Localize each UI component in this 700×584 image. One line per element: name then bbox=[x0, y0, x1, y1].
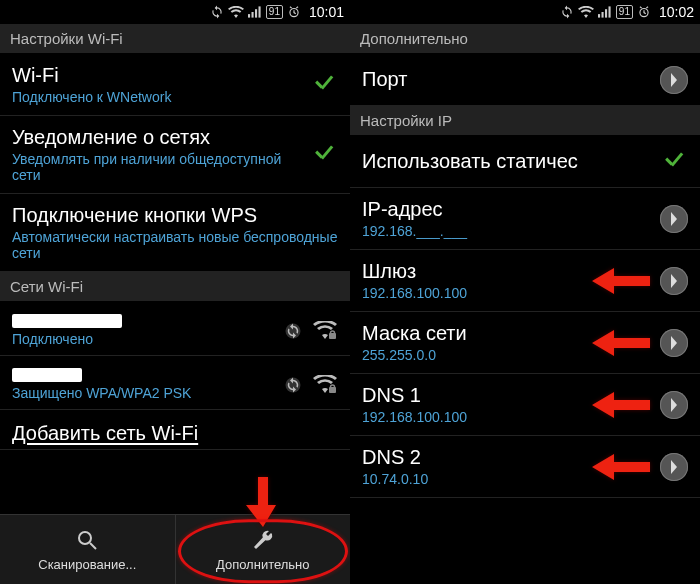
menu-advanced[interactable]: Дополнительно bbox=[175, 515, 351, 584]
signal-icon bbox=[248, 6, 262, 18]
sync-icon bbox=[560, 5, 574, 19]
row-title: DNS 1 bbox=[362, 384, 652, 407]
svg-rect-13 bbox=[601, 12, 603, 18]
network-status: Защищено WPA/WPA2 PSK bbox=[12, 385, 280, 401]
menu-label: Дополнительно bbox=[216, 557, 310, 572]
sync-icon bbox=[210, 5, 224, 19]
row-title: Порт bbox=[362, 68, 652, 91]
row-title: Добавить сеть Wi-Fi bbox=[12, 422, 338, 445]
magnify-icon bbox=[74, 527, 100, 553]
battery-indicator: 91 bbox=[266, 5, 283, 19]
network-item-secured[interactable]: Защищено WPA/WPA2 PSK bbox=[0, 356, 350, 410]
row-subtitle: 10.74.0.10 bbox=[362, 471, 652, 487]
svg-rect-12 bbox=[598, 14, 600, 18]
chevron-right-icon bbox=[660, 329, 688, 357]
row-title: IP-адрес bbox=[362, 198, 652, 221]
row-network-notify[interactable]: Уведомление о сетях Уведомлять при налич… bbox=[0, 116, 350, 194]
row-gateway[interactable]: Шлюз 192.168.100.100 bbox=[350, 250, 700, 312]
section-wifi-networks: Сети Wi-Fi bbox=[0, 272, 350, 302]
svg-rect-2 bbox=[255, 9, 257, 17]
bottom-menu: Сканирование... Дополнительно bbox=[0, 514, 350, 584]
row-subtitle: Уведомлять при наличии общедоступной сет… bbox=[12, 151, 302, 183]
row-add-network[interactable]: Добавить сеть Wi-Fi bbox=[0, 410, 350, 450]
check-icon bbox=[310, 71, 338, 99]
row-subtitle: 192.168.100.100 bbox=[362, 285, 652, 301]
row-subtitle: Подключено к WNetwork bbox=[12, 89, 302, 105]
wifi-lock-icon bbox=[312, 320, 338, 342]
sync-small-icon bbox=[280, 374, 306, 396]
wifi-icon bbox=[578, 6, 594, 18]
wifi-lock-icon bbox=[312, 374, 338, 396]
row-netmask[interactable]: Маска сети 255.255.0.0 bbox=[350, 312, 700, 374]
row-subtitle: Автоматически настраивать новые беспрово… bbox=[12, 229, 338, 261]
row-title: Использовать статичес bbox=[362, 150, 652, 173]
row-ip-address[interactable]: IP-адрес 192.168.___.___ bbox=[350, 188, 700, 250]
svg-point-11 bbox=[79, 532, 91, 544]
battery-indicator: 91 bbox=[616, 5, 633, 19]
row-title: Маска сети bbox=[362, 322, 652, 345]
row-title: Подключение кнопки WPS bbox=[12, 204, 338, 227]
ssid-redacted bbox=[12, 368, 82, 382]
check-icon bbox=[660, 148, 688, 176]
status-bar: 91 10:01 bbox=[0, 0, 350, 24]
row-wifi-toggle[interactable]: Wi-Fi Подключено к WNetwork bbox=[0, 54, 350, 116]
chevron-right-icon bbox=[660, 453, 688, 481]
menu-scan[interactable]: Сканирование... bbox=[0, 515, 175, 584]
svg-rect-0 bbox=[248, 14, 250, 18]
section-ip-settings: Настройки IP bbox=[350, 106, 700, 136]
section-advanced: Дополнительно bbox=[350, 24, 700, 54]
row-subtitle: 192.168.___.___ bbox=[362, 223, 652, 239]
wrench-icon bbox=[250, 527, 276, 553]
check-icon bbox=[310, 141, 338, 169]
svg-rect-1 bbox=[251, 12, 253, 18]
wifi-icon bbox=[228, 6, 244, 18]
network-item-connected[interactable]: Подключено bbox=[0, 302, 350, 356]
row-dns2[interactable]: DNS 2 10.74.0.10 bbox=[350, 436, 700, 498]
red-arrow-icon bbox=[246, 477, 280, 527]
row-use-static[interactable]: Использовать статичес bbox=[350, 136, 700, 188]
network-status: Подключено bbox=[12, 331, 280, 347]
left-screenshot: 91 10:01 Настройки Wi-Fi Wi-Fi Подключен… bbox=[0, 0, 350, 584]
row-title: Wi-Fi bbox=[12, 64, 302, 87]
chevron-right-icon bbox=[660, 267, 688, 295]
row-title: Шлюз bbox=[362, 260, 652, 283]
row-subtitle: 255.255.0.0 bbox=[362, 347, 652, 363]
svg-rect-15 bbox=[608, 6, 610, 17]
chevron-right-icon bbox=[660, 66, 688, 94]
status-bar: 91 10:02 bbox=[350, 0, 700, 24]
chevron-right-icon bbox=[660, 205, 688, 233]
signal-icon bbox=[598, 6, 612, 18]
clock-time: 10:01 bbox=[309, 4, 344, 20]
row-subtitle: 192.168.100.100 bbox=[362, 409, 652, 425]
row-title: DNS 2 bbox=[362, 446, 652, 469]
row-dns1[interactable]: DNS 1 192.168.100.100 bbox=[350, 374, 700, 436]
row-wps[interactable]: Подключение кнопки WPS Автоматически нас… bbox=[0, 194, 350, 272]
alarm-icon bbox=[287, 5, 301, 19]
clock-time: 10:02 bbox=[659, 4, 694, 20]
svg-rect-14 bbox=[605, 9, 607, 17]
menu-label: Сканирование... bbox=[38, 557, 136, 572]
right-screenshot: 91 10:02 Дополнительно Порт Настройки IP… bbox=[350, 0, 700, 584]
section-wifi-settings: Настройки Wi-Fi bbox=[0, 24, 350, 54]
chevron-right-icon bbox=[660, 391, 688, 419]
ssid-redacted bbox=[12, 314, 122, 328]
alarm-icon bbox=[637, 5, 651, 19]
row-port[interactable]: Порт bbox=[350, 54, 700, 106]
sync-small-icon bbox=[280, 320, 306, 342]
row-title: Уведомление о сетях bbox=[12, 126, 302, 149]
svg-rect-3 bbox=[258, 6, 260, 17]
